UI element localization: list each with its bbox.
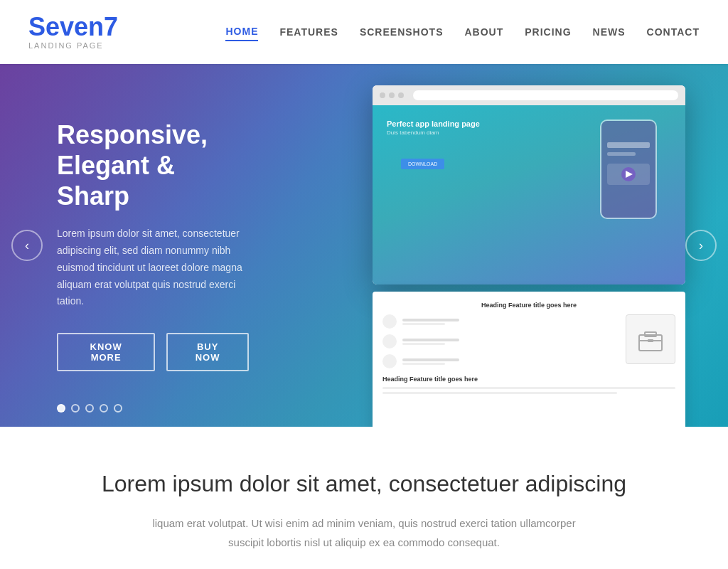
nav-news[interactable]: NEWS: [593, 23, 626, 41]
feature-heading-2: Heading Feature title goes here: [382, 376, 675, 383]
slider-dot-3[interactable]: [85, 404, 94, 413]
hero-section: Responsive, Elegant & Sharp Lorem ipsum …: [0, 64, 728, 427]
logo-subtitle: LANDING PAGE: [28, 41, 118, 50]
browser-app-subtitle: Duis tabendum diam: [387, 129, 480, 136]
browser-dot-3: [398, 92, 404, 98]
hero-buttons: KNOW MORE BUY NOW: [57, 333, 249, 371]
section-subtitle: liquam erat volutpat. Ut wisi enim ad mi…: [151, 514, 577, 552]
browser-app-title: Perfect app landing page: [387, 119, 480, 128]
feature-line-3a: [402, 358, 459, 361]
feature-item-3: [382, 354, 614, 368]
feature-rows: [382, 314, 675, 368]
slider-dot-4[interactable]: [100, 404, 108, 413]
nav-about[interactable]: ABOUT: [464, 23, 503, 41]
feature-separator-2: [382, 392, 617, 394]
buy-now-button[interactable]: BUY NOW: [166, 333, 249, 371]
feature-icon-3: [382, 354, 397, 368]
browser-dot-2: [389, 92, 395, 98]
feature-mockup: Heading Feature title goes here: [373, 292, 685, 427]
slider-dot-2[interactable]: [71, 404, 80, 413]
feature-text-1: [402, 319, 459, 325]
feature-line-1a: [402, 319, 459, 321]
slider-dot-1[interactable]: [57, 404, 65, 413]
toolbox-icon: [636, 326, 665, 352]
browser-dot-1: [380, 92, 385, 98]
section-title: Lorem ipsum dolor sit amet, consectetuer…: [28, 469, 700, 499]
feature-item-2: [382, 334, 614, 349]
hero-description: Lorem ipsum dolor sit amet, consectetuer…: [57, 225, 249, 310]
browser-body: Perfect app landing page Duis tabendum d…: [373, 105, 685, 284]
slider-dots: [57, 404, 122, 413]
nav-contact[interactable]: CONTACT: [647, 23, 700, 41]
logo-7: 7: [104, 12, 118, 41]
feature-item-1: [382, 314, 614, 329]
svg-rect-1: [607, 142, 650, 148]
phone-mockup: [600, 119, 657, 219]
logo-seven: Seven: [28, 12, 104, 41]
feature-line-2b: [402, 343, 445, 345]
nav-features[interactable]: FEATURES: [279, 23, 338, 41]
browser-mockup: Perfect app landing page Duis tabendum d…: [373, 85, 685, 284]
slider-prev-button[interactable]: ‹: [11, 230, 43, 261]
browser-download-btn: DOWNLOAD: [401, 159, 444, 169]
hero-image-area: Perfect app landing page Duis tabendum d…: [373, 85, 685, 413]
feature-icon-2: [382, 334, 397, 349]
feature-mockup-title: Heading Feature title goes here: [382, 302, 675, 309]
nav-screenshots[interactable]: SCREENSHOTS: [360, 23, 444, 41]
svg-rect-6: [639, 335, 662, 351]
nav-pricing[interactable]: PRICING: [525, 23, 571, 41]
svg-rect-9: [648, 339, 653, 342]
feature-icon-1: [382, 314, 397, 329]
svg-rect-2: [607, 152, 636, 156]
hero-content: Responsive, Elegant & Sharp Lorem ipsum …: [0, 119, 306, 372]
nav-home[interactable]: HOME: [225, 23, 258, 41]
header: Seven7 LANDING PAGE HOME FEATURES SCREEN…: [0, 0, 728, 64]
lorem-section: Lorem ipsum dolor sit amet, consectetuer…: [0, 427, 728, 569]
phone-screen-svg: [601, 121, 655, 218]
slider-dot-5[interactable]: [114, 404, 122, 413]
browser-text-block: Perfect app landing page Duis tabendum d…: [387, 119, 480, 136]
feature-right-box: [626, 314, 675, 364]
feature-text-3: [402, 358, 459, 365]
browser-urlbar: [413, 90, 678, 100]
slider-next-button[interactable]: ›: [685, 230, 717, 261]
know-more-button[interactable]: KNOW MORE: [57, 333, 155, 371]
feature-separator-1: [382, 387, 675, 389]
main-nav: HOME FEATURES SCREENSHOTS ABOUT PRICING …: [225, 23, 700, 41]
feature-line-1b: [402, 323, 445, 325]
feature-list: [382, 314, 614, 368]
logo: Seven7 LANDING PAGE: [28, 14, 118, 50]
browser-bar: [373, 85, 685, 105]
hero-title: Responsive, Elegant & Sharp: [57, 119, 249, 212]
feature-line-2a: [402, 339, 459, 341]
feature-line-3b: [402, 363, 445, 365]
feature-text-2: [402, 339, 459, 345]
